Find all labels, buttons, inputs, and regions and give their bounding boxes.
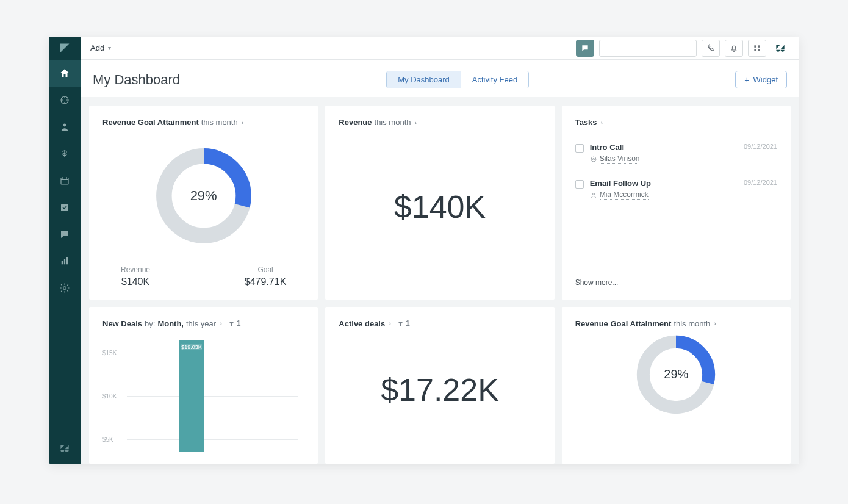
svg-point-17 [592,193,594,195]
nav-tasks[interactable] [49,194,81,221]
filter-icon [228,320,235,327]
card-new-deals: New Deals by: Month, this year › 1 $15K … [89,307,318,464]
svg-rect-11 [754,49,756,51]
nav-comms[interactable] [49,221,81,248]
bar-value-label: $19.03K [181,344,202,350]
svg-rect-10 [758,45,760,48]
apps-button[interactable] [748,40,766,57]
search-box[interactable] [599,40,697,57]
add-menu[interactable]: Add ▾ [90,43,111,52]
nav-leads[interactable] [49,87,81,113]
show-more-link[interactable]: Show more... [575,278,619,287]
tab-activity-feed[interactable]: Activity Feed [461,71,528,88]
filter-indicator[interactable]: 1 [228,319,241,328]
tab-my-dashboard[interactable]: My Dashboard [387,71,461,88]
card-title[interactable]: Active deals › 1 [339,319,541,328]
person-icon [590,192,597,199]
chevron-right-icon: › [601,119,603,126]
notifications-button[interactable] [725,40,743,57]
card-title[interactable]: Revenue Goal Attainment this month › [575,319,777,328]
svg-rect-5 [64,259,65,264]
nav-home[interactable] [49,60,81,87]
main-area: Add ▾ My [81,37,799,464]
task-date: 09/12/2021 [744,143,777,150]
nav-settings[interactable] [49,275,81,301]
chevron-right-icon: › [415,119,417,126]
add-widget-button[interactable]: + Widget [735,71,787,88]
task-contact[interactable]: Mia Mccormick [600,190,649,200]
chevron-right-icon: › [714,320,716,327]
donut-percent: 29% [152,144,256,248]
svg-point-15 [591,157,596,162]
page-title: My Dashboard [93,72,180,88]
nav-reports[interactable] [49,248,81,275]
svg-rect-12 [758,49,760,51]
view-segmented-control: My Dashboard Activity Feed [386,71,529,88]
svg-point-1 [63,124,66,127]
task-row: Intro Call Silas Vinson 09/12/2021 [575,135,777,171]
card-revenue-goal-attainment-2: Revenue Goal Attainment this month › 29% [562,307,791,464]
chat-button[interactable] [576,40,594,57]
task-checkbox[interactable] [575,180,584,189]
product-logo [49,37,81,60]
svg-rect-3 [61,204,68,211]
filter-indicator[interactable]: 1 [397,319,410,328]
search-input[interactable] [605,44,696,52]
task-date: 09/12/2021 [744,179,777,186]
card-active-deals: Active deals › 1 $17.22K [325,307,554,464]
filter-icon [397,320,404,327]
task-checkbox[interactable] [575,144,584,153]
svg-rect-2 [61,178,68,185]
bar-chart: $15K $10K $5K $19.03K [102,328,304,452]
donut-chart: 29% [152,144,256,248]
plus-icon: + [744,76,749,84]
chevron-right-icon: › [389,320,391,327]
svg-point-7 [63,287,66,290]
svg-rect-6 [66,257,68,264]
nav-deals[interactable] [49,140,81,167]
add-label: Add [90,43,104,52]
donut-legend: Revenue $140K Goal $479.71K [102,265,304,287]
card-title[interactable]: Tasks › [575,118,777,127]
dashboard-grid: Revenue Goal Attainment this month › 29% [81,97,799,464]
zendesk-icon [49,433,81,464]
active-deals-value: $17.22K [339,328,541,452]
chevron-down-icon: ▾ [108,45,111,51]
card-title[interactable]: Revenue Goal Attainment this month › [102,118,304,127]
card-title[interactable]: New Deals by: Month, this year › 1 [102,319,304,328]
card-tasks: Tasks › Intro Call Silas Vinson 0 [562,106,791,300]
donut-chart: 29% [633,332,719,417]
task-contact[interactable]: Silas Vinson [600,154,640,164]
zendesk-brand-icon [771,40,789,57]
phone-button[interactable] [702,40,720,57]
nav-calendar[interactable] [49,167,81,194]
task-row: Email Follow Up Mia Mccormick 09/12/2021 [575,171,777,207]
tasks-list: Intro Call Silas Vinson 09/12/2021 Email… [575,135,777,278]
card-revenue-goal-attainment: Revenue Goal Attainment this month › 29% [89,106,318,300]
card-title[interactable]: Revenue this month › [339,118,541,127]
revenue-value: $140K [339,127,541,287]
task-name: Intro Call [590,143,738,152]
chevron-right-icon: › [242,119,244,126]
bar: $19.03K [179,340,204,452]
app-window: Add ▾ My [49,37,799,464]
nav-rail [49,37,81,464]
page-header: My Dashboard My Dashboard Activity Feed … [81,60,799,97]
svg-point-16 [592,158,594,160]
topbar: Add ▾ [81,37,799,60]
card-revenue: Revenue this month › $140K [325,106,554,300]
widget-label: Widget [753,75,778,84]
svg-rect-9 [754,45,756,48]
task-name: Email Follow Up [590,179,738,188]
chevron-right-icon: › [220,320,222,327]
nav-contacts[interactable] [49,113,81,140]
svg-rect-4 [62,261,63,264]
target-icon [590,156,597,163]
donut-percent: 29% [633,332,719,417]
